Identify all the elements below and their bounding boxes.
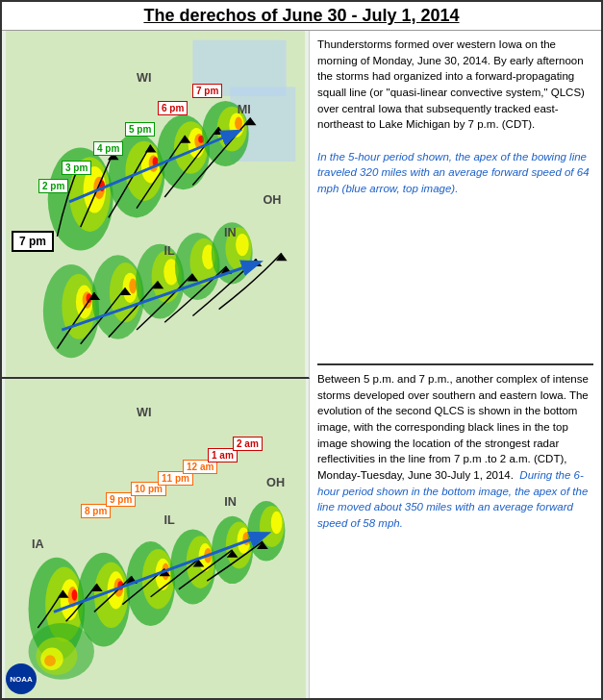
text-top-blue: In the 5-hour period shown, the apex of … (317, 151, 590, 194)
svg-point-66 (72, 589, 78, 601)
time-label-6pm: 6 pm (158, 101, 188, 115)
text-top-paragraph: Thunderstorms formed over western Iowa o… (317, 38, 585, 130)
svg-text:IN: IN (224, 226, 237, 239)
text-block-top: Thunderstorms formed over western Iowa o… (317, 37, 593, 365)
svg-text:OH: OH (264, 193, 282, 207)
map-top: WI MI IL IN OH IA 2 pm 3 pm 4 pm 5 pm 6 … (2, 31, 310, 379)
time-label-2am: 2 am (233, 437, 263, 451)
svg-text:WI: WI (137, 71, 151, 85)
text-section: Thunderstorms formed over western Iowa o… (310, 31, 601, 698)
time-label-2pm: 2 pm (38, 179, 68, 193)
time-label-7pm-top: 7 pm (192, 84, 222, 98)
map-section: WI MI IL IN OH IA 2 pm 3 pm 4 pm 5 pm 6 … (2, 31, 310, 698)
main-content: WI MI IL IN OH IA 2 pm 3 pm 4 pm 5 pm 6 … (2, 31, 601, 698)
7pm-box: 7 pm (12, 231, 54, 252)
text-block-bottom: Between 5 p.m. and 7 p.m., another compl… (317, 365, 593, 692)
svg-text:IL: IL (163, 244, 175, 258)
svg-point-30 (129, 279, 137, 294)
time-label-4pm: 4 pm (93, 141, 123, 156)
svg-text:OH: OH (266, 476, 285, 489)
time-label-3pm: 3 pm (62, 161, 91, 175)
time-label-5pm: 5 pm (125, 122, 155, 137)
text-bottom-paragraph: Between 5 p.m. and 7 p.m., another compl… (317, 373, 589, 481)
title-bar: The derechos of June 30 - July 1, 2014 (2, 2, 601, 31)
svg-text:IA: IA (32, 538, 44, 551)
page-title: The derechos of June 30 - July 1, 2014 (4, 6, 599, 26)
svg-point-39 (236, 234, 249, 256)
svg-text:MI: MI (238, 103, 251, 116)
noaa-badge: NOAA (6, 663, 37, 694)
svg-point-86 (271, 511, 283, 533)
svg-text:IL: IL (164, 513, 176, 527)
svg-text:WI: WI (137, 406, 152, 419)
svg-text:IN: IN (224, 495, 237, 509)
svg-point-90 (44, 655, 56, 666)
map-bottom: WI IA IL IN OH 8 pm 9 pm 10 pm 11 pm 12 … (2, 379, 310, 698)
page-container: The derechos of June 30 - July 1, 2014 (0, 0, 603, 700)
